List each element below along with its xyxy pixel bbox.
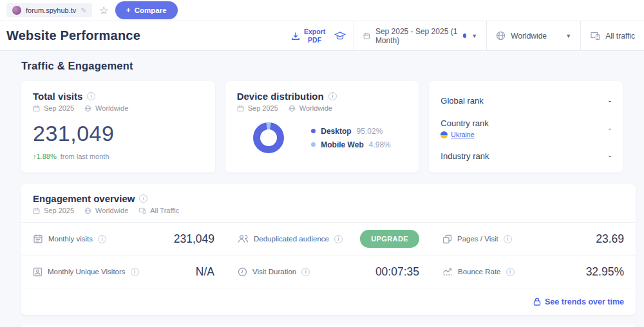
country-rank-value: - xyxy=(609,124,611,133)
website-performance-page: forum.spyhub.tv ✎ ☆ + Compare Website Pe… xyxy=(0,0,644,327)
graduation-cap-icon xyxy=(334,32,346,41)
card-geo: Worldwide xyxy=(299,104,332,112)
devices-icon xyxy=(590,32,600,41)
info-icon[interactable]: i xyxy=(334,235,343,243)
date-range-selector[interactable]: Sep 2025 - Sep 2025 (1 Month) ▼ xyxy=(354,21,486,50)
date-notification-dot xyxy=(463,33,466,38)
lock-icon xyxy=(533,297,541,306)
see-trends-label: See trends over time xyxy=(545,297,624,306)
metric-value: 32.95% xyxy=(586,265,624,279)
info-icon[interactable]: i xyxy=(504,235,512,243)
page-header: Website Performance Export PDF Sep 2025 … xyxy=(0,21,644,51)
global-rank-label: Global rank xyxy=(440,96,483,106)
metric-value: N/A xyxy=(196,265,214,279)
site-name: forum.spyhub.tv xyxy=(26,6,76,14)
traffic-filter-value: All traffic xyxy=(605,32,635,41)
metric-label: Monthly visits xyxy=(48,235,93,243)
site-selector[interactable]: forum.spyhub.tv ✎ xyxy=(6,3,92,17)
globe-icon xyxy=(289,105,296,112)
industry-rank-value: - xyxy=(609,151,611,161)
card-traffic: All Traffic xyxy=(150,207,179,214)
legend-item-desktop: Desktop 95.02% xyxy=(311,127,390,136)
info-icon[interactable]: i xyxy=(87,92,95,100)
geo-selector[interactable]: Worldwide ▼ xyxy=(487,21,580,50)
legend-value: 95.02% xyxy=(357,127,383,136)
compare-button-label: Compare xyxy=(135,6,167,14)
export-pdf-label: Export PDF xyxy=(304,28,325,43)
total-visits-card: Total visits i Sep 2025 Worldwide 231,04… xyxy=(21,81,215,173)
card-date: Sep 2025 xyxy=(44,207,74,214)
traffic-selector[interactable]: All traffic xyxy=(581,21,644,50)
chevron-down-icon: ▼ xyxy=(471,33,477,39)
next-card-partial xyxy=(21,324,636,327)
info-icon[interactable]: i xyxy=(98,235,106,243)
section-title: Traffic & Engagement xyxy=(21,60,623,72)
global-rank-value: - xyxy=(609,96,611,106)
metric-label: Pages / Visit xyxy=(457,235,498,243)
change-note: from last month xyxy=(61,153,109,160)
industry-rank-row: Industry rank - xyxy=(440,145,611,167)
info-icon[interactable]: i xyxy=(301,268,310,276)
metric-label: Deduplicated audience xyxy=(254,235,329,243)
country-rank-row: Country rank Ukraine - xyxy=(440,112,611,145)
country-link[interactable]: Ukraine xyxy=(451,131,474,138)
globe-icon xyxy=(84,105,91,112)
metric-value: 23.69 xyxy=(596,232,624,246)
edit-pencil-icon[interactable]: ✎ xyxy=(80,6,86,15)
plus-icon: + xyxy=(126,6,131,15)
device-distribution-card: Device distribution i Sep 2025 Worldwide xyxy=(225,81,419,173)
metric-deduplicated-audience: Deduplicated audience i UPGRADE xyxy=(238,223,419,255)
legend-label: Desktop xyxy=(321,127,351,136)
site-favicon-icon xyxy=(12,6,21,15)
export-pdf-button[interactable]: Export PDF xyxy=(283,21,333,50)
learn-button[interactable] xyxy=(333,21,354,50)
see-trends-link[interactable]: See trends over time xyxy=(533,297,624,306)
main-content: Traffic & Engagement Total visits i Sep … xyxy=(0,51,644,327)
info-icon[interactable]: i xyxy=(506,268,515,276)
engagement-overview-title: Engagement overview xyxy=(33,193,135,204)
card-date: Sep 2025 xyxy=(248,104,278,112)
header-controls: Export PDF Sep 2025 - Sep 2025 (1 Month)… xyxy=(283,21,644,50)
compare-button[interactable]: + Compare xyxy=(115,1,178,19)
legend-item-mobile-web: Mobile Web 4.98% xyxy=(311,140,390,149)
card-filters: Sep 2025 Worldwide xyxy=(237,104,408,112)
chevron-down-icon: ▼ xyxy=(565,33,571,39)
info-icon[interactable]: i xyxy=(131,268,139,276)
metric-visit-duration: Visit Duration i 00:07:35 xyxy=(238,256,419,288)
unique-visitors-icon xyxy=(33,267,43,277)
legend-label: Mobile Web xyxy=(321,140,363,149)
metric-monthly-visits: Monthly visits i 231,049 xyxy=(33,223,214,255)
globe-icon xyxy=(496,31,506,41)
metric-value: 231,049 xyxy=(174,232,214,246)
device-distribution-title: Device distribution xyxy=(237,91,324,102)
legend-value: 4.98% xyxy=(369,140,391,149)
global-rank-row: Global rank - xyxy=(440,89,611,112)
device-legend: Desktop 95.02% Mobile Web 4.98% xyxy=(311,127,390,149)
page-title: Website Performance xyxy=(0,28,140,43)
info-icon[interactable]: i xyxy=(139,194,147,203)
audience-icon xyxy=(238,234,249,243)
mobile-web-dot-icon xyxy=(311,142,316,147)
engagement-metrics-grid: Monthly visits i 231,049 Deduplicated au… xyxy=(21,222,636,288)
summary-cards-row: Total visits i Sep 2025 Worldwide 231,04… xyxy=(21,81,623,173)
metric-label: Bounce Rate xyxy=(458,268,501,276)
device-donut-chart xyxy=(253,122,284,153)
calendar-icon xyxy=(237,105,244,112)
change-percent: 1.88% xyxy=(37,153,57,160)
total-visits-title: Total visits xyxy=(33,91,82,102)
pages-icon xyxy=(442,234,452,244)
metric-label: Visit Duration xyxy=(252,268,296,276)
card-filters: Sep 2025 Worldwide xyxy=(33,104,204,112)
clock-icon xyxy=(238,267,247,277)
card-filters: Sep 2025 Worldwide All Traffic xyxy=(33,207,624,214)
engagement-overview-card: Engagement overview i Sep 2025 Worldwide… xyxy=(21,184,636,315)
card-geo: Worldwide xyxy=(95,104,128,112)
upgrade-button[interactable]: UPGRADE xyxy=(360,230,419,248)
geo-filter-value: Worldwide xyxy=(511,32,547,41)
info-icon[interactable]: i xyxy=(328,92,337,100)
rank-card: Global rank - Country rank Ukraine - xyxy=(429,81,623,173)
globe-icon xyxy=(84,207,91,214)
metric-bounce-rate: Bounce Rate i 32.95% xyxy=(442,256,624,288)
card-geo: Worldwide xyxy=(95,207,128,214)
favorite-star-icon[interactable]: ☆ xyxy=(99,5,108,16)
